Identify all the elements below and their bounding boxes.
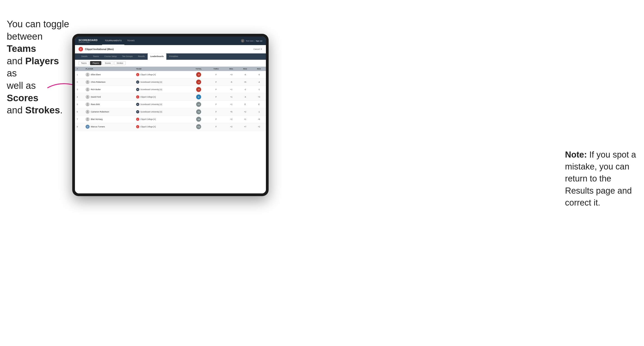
team-name: Scoreboard University [A] <box>140 103 162 106</box>
player-cell: Elliot Ebert <box>84 71 134 78</box>
player-name: Blair McHarg <box>91 118 102 120</box>
player-cell: Rich Butler <box>84 86 134 93</box>
tab-course-setup[interactable]: Course Setup <box>102 53 120 60</box>
rd3-cell: -5 <box>252 71 266 78</box>
rd1-cell: +2 <box>224 116 238 123</box>
logo-sub: Powered by clippd <box>78 41 98 43</box>
total-score: -2 <box>190 86 208 93</box>
thru-cell: F <box>208 116 224 123</box>
svg-point-3 <box>87 89 88 90</box>
team-logo: SU <box>136 110 139 113</box>
avatar <box>86 95 90 99</box>
nav-links: TOURNAMENTS TEAMS <box>102 36 241 45</box>
total-score: +11 <box>190 123 208 131</box>
rank-cell: 8 <box>75 123 84 131</box>
score-badge: +6 <box>196 109 201 114</box>
thru-cell: F <box>208 86 224 93</box>
team-name: Scoreboard University [A] <box>140 88 162 91</box>
score-badge: +11 <box>196 124 201 129</box>
rank-cell: 6 <box>75 108 84 116</box>
thru-cell: F <box>208 78 224 86</box>
team-logo: C <box>136 118 139 121</box>
tab-details[interactable]: Details <box>78 53 90 60</box>
score-badge: +1 <box>196 102 201 107</box>
sub-tab-teams[interactable]: Teams <box>78 61 89 65</box>
player-cell: Rees Britt <box>84 101 134 108</box>
user-icon: U <box>241 39 244 43</box>
player-name: Marcus Turners <box>91 126 105 128</box>
tab-tee-groups[interactable]: Tee Groups <box>120 53 136 60</box>
user-label: Test User | <box>246 40 254 42</box>
sub-tab-players[interactable]: Players <box>90 61 101 65</box>
table-row: 3Rich ButlerSUScoreboard University [A]-… <box>75 86 266 93</box>
tab-printables[interactable]: Printables <box>166 53 181 60</box>
close-icon: ✕ <box>260 48 262 50</box>
rd1-cell: +2 <box>224 123 238 131</box>
tab-navigation: Details Teams Course Setup Tee Groups Re… <box>75 53 266 60</box>
total-score: +1 <box>190 101 208 108</box>
tab-results[interactable]: Results <box>136 53 148 60</box>
team-cell: SUScoreboard University [A] <box>134 78 190 86</box>
col-team: TEAM <box>134 67 190 71</box>
rank-cell: 3 <box>75 86 84 93</box>
team-name: Clippd College [A] <box>140 73 156 76</box>
table-row: 7Blair McHargCClippd College [A]+8F+2+1+… <box>75 116 266 123</box>
rank-cell: 4 <box>75 93 84 101</box>
right-annotation: Note: If you spot a mistake, you can ret… <box>565 149 637 209</box>
rd3-cell: -1 <box>252 86 266 93</box>
sub-tab-scores[interactable]: Scores <box>102 61 113 65</box>
player-name: Chris Robertson <box>91 81 106 83</box>
player-name: Rich Butler <box>91 88 101 91</box>
table-row: 2Chris RobertsonSUScoreboard University … <box>75 78 266 86</box>
signout-link[interactable]: Sign out <box>256 40 262 42</box>
nav-teams[interactable]: TEAMS <box>124 36 138 45</box>
player-cell: Cameron Robertson <box>84 108 134 116</box>
player-name: Cameron Robertson <box>91 111 109 113</box>
score-badge: -2 <box>196 87 201 92</box>
table-header-row: # PLAYER TEAM TOTAL THRU RD1 RD2 RD3 <box>75 67 266 71</box>
table-row: 6Cameron RobertsonSUScoreboard Universit… <box>75 108 266 116</box>
col-rd2: RD2 <box>238 67 252 71</box>
thru-cell: F <box>208 123 224 131</box>
total-score: +8 <box>190 116 208 123</box>
rd2-cell: +2 <box>238 108 252 116</box>
svg-point-5 <box>87 103 88 105</box>
player-cell: Blair McHarg <box>84 116 134 123</box>
rd3-cell: +3 <box>252 93 266 101</box>
svg-point-7 <box>87 118 88 120</box>
team-cell: SUScoreboard University [A] <box>134 108 190 116</box>
rd2-cell: -2 <box>238 86 252 93</box>
team-name: Scoreboard University [A] <box>140 111 162 113</box>
avatar <box>86 87 90 92</box>
col-player: PLAYER <box>84 67 134 71</box>
rd3-cell: +2 <box>252 123 266 131</box>
score-badge: E <box>196 94 201 99</box>
avatar <box>86 110 90 114</box>
rd1-cell: +1 <box>224 93 238 101</box>
cancel-button[interactable]: Cancel ✕ <box>254 48 262 50</box>
thru-cell: F <box>208 108 224 116</box>
team-name: Clippd College [A] <box>140 126 156 128</box>
tab-leaderboards[interactable]: Leaderboards <box>148 53 166 60</box>
rd3-cell: E <box>252 101 266 108</box>
rd1-cell: +5 <box>224 108 238 116</box>
rd3-cell: +6 <box>252 116 266 123</box>
team-name: Scoreboard University [A] <box>140 81 162 83</box>
avatar <box>86 73 90 77</box>
rank-cell: 1 <box>75 71 84 78</box>
rd2-cell: -6 <box>238 71 252 78</box>
col-thru: THRU <box>208 67 224 71</box>
nav-right: U Test User | Sign out <box>241 39 262 43</box>
nav-tournaments[interactable]: TOURNAMENTS <box>102 36 124 45</box>
tournament-name: Clippd Invitational (Men) <box>85 48 114 50</box>
player-cell: MMarcus Turners <box>84 123 134 131</box>
sub-tab-strokes[interactable]: Strokes <box>114 61 126 65</box>
avatar <box>86 80 90 84</box>
total-score: +6 <box>190 108 208 116</box>
team-name: Clippd College [A] <box>140 96 156 98</box>
col-total: TOTAL <box>190 67 208 71</box>
tab-teams[interactable]: Teams <box>90 53 102 60</box>
thru-cell: F <box>208 101 224 108</box>
logo-text: SCOREBOARD <box>78 39 98 41</box>
svg-point-2 <box>87 81 88 82</box>
